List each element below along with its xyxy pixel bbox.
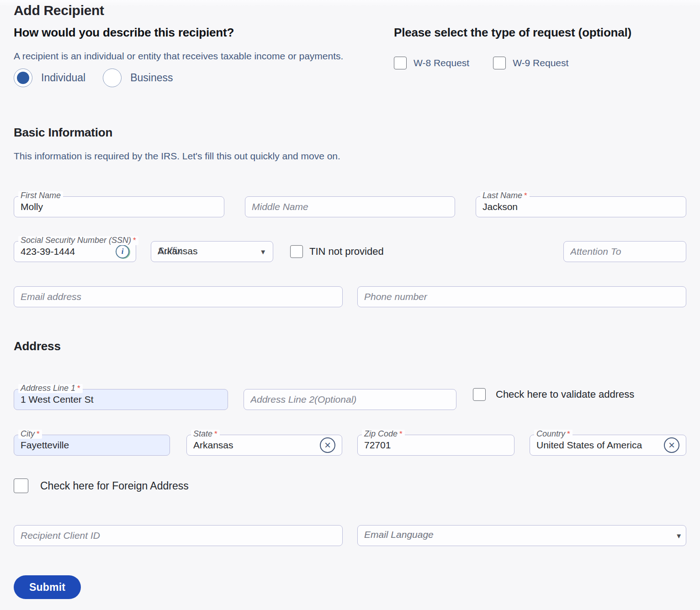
attention-to-field[interactable]	[563, 241, 686, 262]
state-clear-icon[interactable]: ×	[320, 437, 335, 453]
foreign-address-option[interactable]: Check here for Foreign Address	[14, 479, 189, 493]
validate-address-option[interactable]: Check here to validate address	[473, 388, 634, 401]
last-name-label: Last Name*	[480, 191, 530, 200]
phone-input[interactable]	[364, 291, 679, 302]
first-name-input[interactable]	[21, 201, 217, 212]
address-line-1-field[interactable]: Address Line 1*	[14, 389, 228, 410]
zip-code-input[interactable]	[364, 440, 508, 451]
extra-fields-row: Email Language ▼	[14, 525, 686, 546]
middle-name-input[interactable]	[252, 201, 448, 212]
phone-field[interactable]	[357, 286, 686, 307]
address-line-1-label: Address Line 1*	[18, 384, 83, 393]
suffix-dropdown[interactable]: Suffix Arkansas ▼	[151, 241, 273, 262]
required-asterisk: *	[133, 236, 136, 245]
last-name-field[interactable]: Last Name*	[476, 196, 686, 217]
required-asterisk: *	[77, 384, 80, 393]
individual-radio-label: Individual	[41, 72, 85, 84]
city-input[interactable]	[21, 440, 163, 451]
individual-radio-dot	[17, 72, 29, 84]
email-language-placeholder: Email Language	[364, 529, 434, 540]
recipient-client-id-field[interactable]	[14, 525, 343, 546]
recipient-type-question: How would you describe this recipient?	[14, 26, 394, 40]
required-asterisk: *	[37, 430, 40, 438]
zip-code-label: Zip Code*	[362, 430, 405, 439]
ssn-field[interactable]: Social Security Number (SSN)* i	[14, 241, 136, 262]
radio-option-business[interactable]: Business	[103, 68, 173, 87]
state-label: State*	[191, 430, 220, 439]
middle-name-field[interactable]	[245, 196, 455, 217]
address-line-2-input[interactable]	[250, 394, 450, 405]
request-type-section: Please select the type of request (optio…	[394, 26, 686, 87]
recipient-type-options: Individual Business	[14, 68, 394, 87]
city-field[interactable]: City*	[14, 435, 170, 456]
attention-to-input[interactable]	[570, 246, 679, 257]
validate-address-label: Check here to validate address	[496, 389, 634, 400]
required-asterisk: *	[567, 430, 570, 438]
email-language-dropdown-arrow-icon[interactable]: ▼	[675, 532, 682, 540]
state-input[interactable]	[193, 440, 320, 451]
page-title: Add Recipient	[14, 3, 686, 18]
basic-information-subtitle: This information is required by the IRS.…	[14, 151, 686, 162]
required-asterisk: *	[399, 430, 403, 438]
tin-not-provided-label: TIN not provided	[309, 246, 384, 258]
submit-button[interactable]: Submit	[14, 575, 81, 599]
individual-radio[interactable]	[14, 68, 32, 87]
recipient-client-id-input[interactable]	[21, 530, 336, 541]
foreign-address-label: Check here for Foreign Address	[40, 480, 189, 492]
w8-request-checkbox[interactable]	[394, 57, 407, 69]
country-input[interactable]	[536, 440, 664, 451]
city-label: City*	[18, 430, 42, 439]
basic-information-title: Basic Information	[14, 126, 686, 140]
validate-address-checkbox[interactable]	[473, 388, 486, 401]
first-name-field[interactable]: First Name	[14, 196, 224, 217]
email-language-dropdown[interactable]: Email Language ▼	[357, 525, 686, 546]
email-input[interactable]	[21, 291, 336, 302]
address-line-2-field[interactable]	[244, 389, 456, 410]
ssn-info-icon[interactable]: i	[116, 245, 129, 258]
w9-request-option[interactable]: W-9 Request	[493, 57, 568, 69]
state-field[interactable]: State* ×	[186, 435, 342, 456]
address-section-title: Address	[14, 339, 686, 353]
required-asterisk: *	[524, 191, 527, 200]
last-name-input[interactable]	[483, 201, 679, 212]
first-name-label: First Name	[18, 191, 63, 200]
business-radio[interactable]	[103, 68, 122, 87]
tin-not-provided-option[interactable]: TIN not provided	[290, 245, 384, 258]
foreign-address-row: Check here for Foreign Address	[14, 479, 686, 493]
w8-request-label: W-8 Request	[414, 58, 469, 68]
email-language-value-wrap: Email Language	[364, 529, 675, 542]
suffix-value-wrap: Suffix Arkansas	[158, 245, 260, 258]
tin-not-provided-checkbox[interactable]	[290, 245, 303, 258]
w9-request-label: W-9 Request	[513, 58, 568, 68]
add-recipient-page: Add Recipient How would you describe thi…	[0, 3, 700, 599]
suffix-dropdown-arrow-icon[interactable]: ▼	[260, 248, 266, 256]
required-asterisk: *	[214, 430, 217, 438]
request-type-title: Please select the type of request (optio…	[394, 26, 686, 40]
request-type-options: W-8 Request W-9 Request	[394, 57, 686, 69]
country-field[interactable]: Country* ×	[530, 435, 686, 456]
ssn-row: Social Security Number (SSN)* i Suffix A…	[14, 241, 686, 262]
address-line-row: Address Line 1* Check here to validate a…	[14, 389, 686, 410]
country-clear-icon[interactable]: ×	[664, 437, 679, 453]
suffix-value: Arkansas	[158, 246, 198, 257]
w9-request-checkbox[interactable]	[493, 57, 506, 69]
recipient-type-description: A recipient is an individual or entity t…	[14, 51, 394, 62]
top-section: How would you describe this recipient? A…	[14, 26, 686, 87]
foreign-address-checkbox[interactable]	[14, 479, 28, 493]
country-label: Country*	[534, 430, 573, 439]
radio-option-individual[interactable]: Individual	[14, 68, 85, 87]
address-line-1-input[interactable]	[21, 394, 221, 405]
email-field[interactable]	[14, 286, 343, 307]
recipient-type-section: How would you describe this recipient? A…	[14, 26, 394, 87]
contact-row	[14, 286, 686, 307]
name-row: First Name Last Name*	[14, 196, 686, 217]
city-state-zip-row: City* State* × Zip Code* Country* ×	[14, 435, 686, 456]
w8-request-option[interactable]: W-8 Request	[394, 57, 469, 69]
ssn-label: Social Security Number (SSN)*	[18, 236, 138, 245]
ssn-input[interactable]	[21, 246, 116, 257]
zip-code-field[interactable]: Zip Code*	[357, 435, 514, 456]
business-radio-label: Business	[130, 72, 173, 84]
